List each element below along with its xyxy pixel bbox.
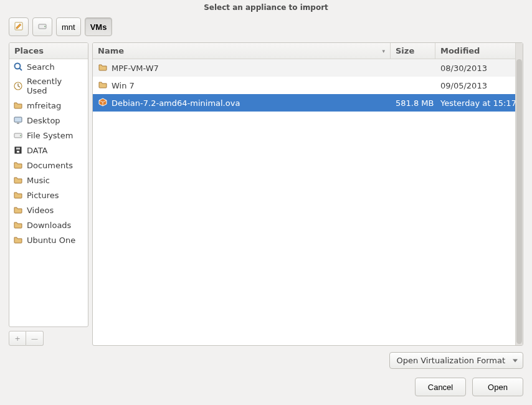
file-name: Win 7: [112, 81, 135, 90]
svg-rect-7: [17, 123, 19, 124]
clock-icon: [13, 81, 23, 91]
edit-path-button[interactable]: [9, 17, 29, 36]
sidebar-item-label: Recently Used: [27, 77, 84, 95]
folder-icon: [13, 220, 23, 230]
svg-rect-12: [17, 151, 19, 153]
folder-icon: [13, 205, 23, 215]
sidebar-item-label: Pictures: [27, 191, 59, 200]
file-row[interactable]: MPF-VM-W708/30/2013: [93, 59, 523, 77]
places-sidebar: Places SearchRecently UsedmfreitagDeskto…: [9, 42, 88, 327]
sidebar-item-label: File System: [27, 131, 73, 140]
svg-line-4: [20, 69, 22, 71]
path-vms-button[interactable]: VMs: [85, 17, 113, 36]
sidebar-item-label: Ubuntu One: [27, 236, 75, 245]
sidebar-item-documents[interactable]: Documents: [9, 158, 88, 173]
svg-rect-11: [16, 148, 20, 150]
sidebar-item-label: Music: [27, 176, 50, 185]
svg-point-2: [44, 26, 45, 27]
file-name: MPF-VM-W7: [112, 64, 159, 73]
folder-home-icon: [13, 100, 23, 110]
drive-icon: [37, 21, 47, 33]
path-mnt-button[interactable]: mnt: [56, 17, 81, 36]
search-icon: [13, 62, 23, 72]
sidebar-item-label: Downloads: [27, 221, 71, 230]
file-row[interactable]: Debian-7.2-amd64-minimal.ova581.8 MBYest…: [93, 94, 523, 112]
pencil-icon: [14, 21, 24, 33]
remove-bookmark-button[interactable]: —: [26, 331, 44, 346]
folder-icon: [13, 175, 23, 185]
sidebar-item-label: Search: [27, 62, 55, 72]
sidebar-item-music[interactable]: Music: [9, 173, 88, 188]
open-button[interactable]: Open: [472, 378, 523, 396]
file-list: MPF-VM-W708/30/2013Win 709/05/2013Debian…: [93, 59, 523, 345]
sidebar-item-recently-used[interactable]: Recently Used: [9, 74, 88, 98]
folder-icon: [13, 160, 23, 170]
places-header: Places: [9, 43, 88, 59]
package-icon: [98, 97, 108, 109]
folder-icon: [13, 235, 23, 245]
file-row[interactable]: Win 709/05/2013: [93, 77, 523, 94]
file-type-filter[interactable]: Open Virtualization Format: [389, 352, 523, 369]
sidebar-item-label: DATA: [27, 146, 48, 155]
file-list-header: Name ▾ Size Modified: [93, 43, 523, 59]
sidebar-item-label: Desktop: [27, 116, 60, 125]
window-title: Select an appliance to import: [0, 0, 532, 15]
sidebar-item-label: Documents: [27, 161, 73, 170]
sort-indicator-icon: ▾: [382, 48, 385, 54]
add-bookmark-button[interactable]: +: [9, 331, 26, 346]
disk-icon: [13, 145, 23, 155]
location-toolbar: mnt VMs: [0, 15, 532, 42]
sidebar-item-videos[interactable]: Videos: [9, 202, 88, 217]
sidebar-item-downloads[interactable]: Downloads: [9, 217, 88, 232]
folder-icon: [98, 62, 108, 74]
path-drive-button[interactable]: [32, 17, 52, 36]
svg-point-3: [15, 64, 21, 69]
sidebar-item-label: mfreitag: [27, 101, 61, 110]
sidebar-item-data[interactable]: DATA: [9, 143, 88, 158]
cancel-button[interactable]: Cancel: [415, 378, 466, 396]
file-modified: Yesterday at 15:17: [435, 98, 523, 108]
folder-icon: [98, 80, 108, 92]
scrollbar[interactable]: [515, 43, 523, 345]
drive-icon: [13, 130, 23, 140]
sidebar-item-file-system[interactable]: File System: [9, 128, 88, 143]
svg-rect-6: [14, 117, 22, 122]
column-modified[interactable]: Modified: [435, 43, 523, 59]
file-name: Debian-7.2-amd64-minimal.ova: [112, 98, 240, 108]
file-size: 581.8 MB: [391, 98, 435, 108]
sidebar-item-search[interactable]: Search: [9, 59, 88, 74]
sidebar-item-pictures[interactable]: Pictures: [9, 188, 88, 202]
sidebar-item-label: Videos: [27, 206, 54, 215]
folder-icon: [13, 190, 23, 200]
sidebar-item-mfreitag[interactable]: mfreitag: [9, 98, 88, 113]
desktop-icon: [13, 115, 23, 125]
file-modified: 09/05/2013: [435, 81, 523, 90]
column-size[interactable]: Size: [391, 43, 435, 59]
sidebar-item-ubuntu-one[interactable]: Ubuntu One: [9, 232, 88, 247]
sidebar-item-desktop[interactable]: Desktop: [9, 113, 88, 128]
file-modified: 08/30/2013: [435, 64, 523, 73]
svg-point-9: [20, 135, 21, 136]
column-name[interactable]: Name ▾: [93, 43, 391, 59]
